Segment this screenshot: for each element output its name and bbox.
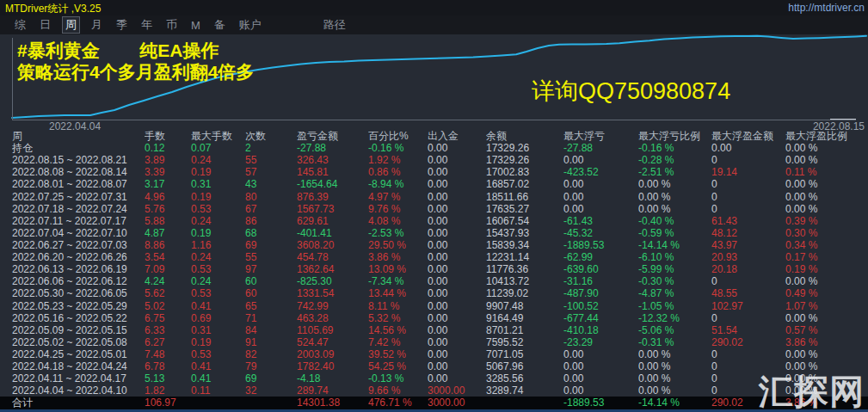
cell: 4.97 % xyxy=(368,191,428,203)
column-header: 百分比% xyxy=(368,130,428,142)
menu-item-9[interactable]: 账户 xyxy=(237,16,264,34)
cell: 68 xyxy=(245,227,297,239)
cell: 0.00 % xyxy=(638,348,711,360)
menu-item-8[interactable]: 备 xyxy=(212,16,228,34)
cell: 32 xyxy=(245,384,297,397)
menu-item-0[interactable]: 综 xyxy=(12,16,28,34)
cell: 0.31 xyxy=(191,324,245,336)
menu-bar: 综日周月季年币M备账户 路径 xyxy=(0,15,868,34)
cell: 5067.96 xyxy=(486,360,563,372)
cell: 2022.05.16 ~ 2022.05.22 xyxy=(12,312,145,324)
cell: 8.11 % xyxy=(368,300,428,312)
title-bar: MTDriver统计 ,V3.25 http://mtdriver.cn xyxy=(0,0,868,15)
cell: 0.00 % xyxy=(638,178,711,190)
cell xyxy=(486,397,563,409)
cell: 1105.69 xyxy=(297,324,368,336)
cell: 55 xyxy=(245,251,297,263)
table-row: 2022.08.15 ~ 2022.08.213.890.2455326.431… xyxy=(12,154,868,166)
cell: -5.99 % xyxy=(638,263,711,275)
menu-item-5[interactable]: 年 xyxy=(139,16,155,34)
cell: -4.18 xyxy=(297,372,368,384)
cell: 65 xyxy=(245,300,297,312)
chart-x-axis-tip xyxy=(830,119,856,120)
equity-chart: #暴利黄金 纯EA操作 策略运行4个多月盈利翻4倍多 详询QQ750980874… xyxy=(0,34,868,130)
cell: 0.12 xyxy=(145,142,191,154)
cell: -401.41 xyxy=(297,227,368,239)
menu-item-path[interactable]: 路径 xyxy=(321,16,348,34)
cell: 20.18 xyxy=(711,263,785,275)
cell: 2022.06.27 ~ 2022.07.03 xyxy=(12,239,145,251)
cell: 0.00 xyxy=(428,154,486,166)
cell: 3.89 xyxy=(145,154,191,166)
table-row: 2022.08.01 ~ 2022.08.073.170.3143-1654.6… xyxy=(12,178,868,190)
table-row: 持仓0.120.072-27.88-0.16 %0.0017329.26-27.… xyxy=(12,142,868,154)
cell: 0.19 xyxy=(191,227,245,239)
column-header: 出入金 xyxy=(428,130,486,142)
cell: 2 xyxy=(245,142,297,154)
table-row: 2022.05.30 ~ 2022.06.055.620.53601331.54… xyxy=(12,287,868,299)
cell: -0.31 % xyxy=(638,336,711,348)
cell: 7071.05 xyxy=(486,348,563,360)
menu-item-7[interactable]: M xyxy=(188,18,203,33)
menu-item-2[interactable]: 周 xyxy=(62,16,80,34)
menu-item-4[interactable]: 季 xyxy=(114,16,130,34)
cell: 1331.54 xyxy=(297,287,368,299)
cell: 0.41 xyxy=(191,300,245,312)
cell: 0.49 % xyxy=(785,287,868,299)
table-row: 2022.08.08 ~ 2022.08.143.390.1957145.810… xyxy=(12,166,868,178)
cell: 69 xyxy=(245,239,297,251)
cell: 60 xyxy=(245,275,297,287)
cell: 0.00 % xyxy=(785,275,868,287)
cell: -1889.53 xyxy=(563,397,638,409)
cell: 6.78 xyxy=(145,360,191,372)
chart-annotation-qq: 详询QQ750980874 xyxy=(532,76,730,107)
table-row: 2022.05.02 ~ 2022.05.086.270.1991524.477… xyxy=(12,336,868,348)
cell: 0.00 xyxy=(428,372,486,384)
cell: -62.99 xyxy=(563,251,638,263)
cell: -423.52 xyxy=(563,166,638,178)
cell: 43.97 xyxy=(711,239,785,251)
cell: 0.00 xyxy=(428,215,486,227)
cell: 0.34 % xyxy=(785,239,868,251)
cell: 7595.52 xyxy=(486,336,563,348)
cell: 0.00 % xyxy=(785,203,868,215)
cell: 9.76 % xyxy=(368,203,428,215)
site-link[interactable]: http://mtdriver.cn xyxy=(788,2,865,14)
cell: 0 xyxy=(711,154,785,166)
cell: 2022.07.25 ~ 2022.07.31 xyxy=(12,191,145,203)
cell: 0.69 xyxy=(191,312,245,324)
cell: 5.13 xyxy=(145,372,191,384)
chart-annotation-1: #暴利黄金 纯EA操作 xyxy=(17,39,219,63)
cell: 0.00 xyxy=(428,312,486,324)
cell: 0.00 % xyxy=(785,142,868,154)
menu-item-6[interactable]: 币 xyxy=(163,16,180,34)
table-row: 2022.07.18 ~ 2022.07.245.760.53671567.73… xyxy=(12,203,868,215)
cell: -31.16 xyxy=(563,275,638,287)
cell: 289.74 xyxy=(297,384,368,397)
cell: 0.00 xyxy=(563,348,638,360)
column-header: 盈亏金额 xyxy=(297,130,368,142)
cell: 0.00 xyxy=(428,142,486,154)
cell: 43 xyxy=(245,178,297,190)
cell: 0.00 xyxy=(428,227,486,239)
cell: -2.53 % xyxy=(368,227,428,239)
cell: 9164.49 xyxy=(486,312,563,324)
watermark: 汇探网 xyxy=(759,368,865,412)
mtdriver-window: MTDriver统计 ,V3.25 http://mtdriver.cn 综日周… xyxy=(0,0,868,412)
cell: 0.00 xyxy=(563,178,638,190)
cell: 0.57 % xyxy=(785,324,868,336)
cell: 79 xyxy=(245,360,297,372)
table-row: 2022.07.25 ~ 2022.07.314.960.1980876.394… xyxy=(12,191,868,203)
cell: 1.07 % xyxy=(785,300,868,312)
cell: 3.54 xyxy=(145,251,191,263)
cell: 6.75 xyxy=(145,312,191,324)
menu-item-1[interactable]: 日 xyxy=(37,16,53,34)
menu-item-3[interactable]: 月 xyxy=(89,16,105,34)
cell: 0.07 xyxy=(191,142,245,154)
table-total-row: 合计106.9714301.38476.71 %3000.00-1889.53-… xyxy=(0,397,868,409)
cell: 13.44 % xyxy=(368,287,428,299)
cell: 91 xyxy=(245,336,297,348)
cell: 2022.07.18 ~ 2022.07.24 xyxy=(12,203,145,215)
cell: -0.40 % xyxy=(638,215,711,227)
cell: 0.00 xyxy=(428,263,486,275)
